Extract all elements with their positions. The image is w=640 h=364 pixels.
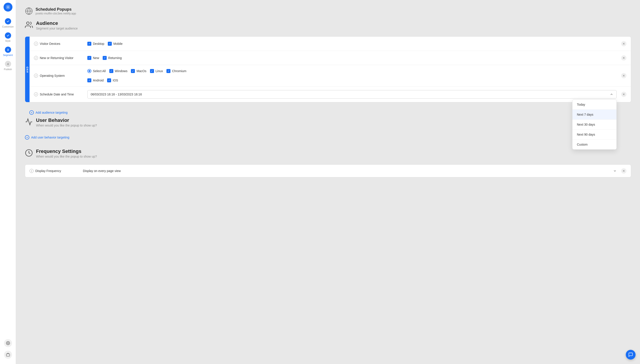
chromium-label: Chromium (172, 69, 186, 73)
display-frequency-label: i Display Frequency (30, 169, 78, 173)
dropdown-next-90[interactable]: Next 90 days (572, 130, 616, 140)
dropdown-next-7[interactable]: Next 7 days (572, 110, 616, 120)
new-checkbox-item[interactable]: ✓ New (87, 56, 99, 60)
returning-checkmark: ✓ (104, 56, 106, 59)
desktop-checkbox-item[interactable]: ✓ Desktop (87, 42, 104, 46)
segment-panel: AND i Visitor Devices ✓ Desktop (25, 36, 631, 102)
settings-icon-button[interactable] (4, 339, 12, 347)
sidebar-item-segment[interactable]: 3 Segment (0, 44, 16, 58)
chat-button[interactable] (626, 350, 635, 360)
new-returning-delete-button[interactable]: ✕ (621, 55, 626, 60)
svg-point-1 (7, 343, 9, 344)
desktop-checkbox[interactable]: ✓ (87, 42, 91, 46)
add-behavior-plus-icon: + (25, 135, 29, 140)
new-returning-content: ✓ New ✓ Returning (87, 56, 617, 60)
desktop-label: Desktop (93, 42, 104, 46)
frequency-subtitle: When would you like the popup to show up… (36, 155, 97, 158)
select-all-item[interactable]: Select All (87, 69, 106, 73)
step-circle-segment: 3 (5, 46, 11, 53)
dropdown-custom[interactable]: Custom (572, 140, 616, 149)
desktop-checkmark: ✓ (88, 42, 90, 45)
svg-rect-2 (6, 354, 10, 356)
display-freq-info-icon[interactable]: i (30, 169, 34, 173)
segment-rows: i Visitor Devices ✓ Desktop ✓ Mobil (30, 36, 631, 102)
new-returning-row: i New or Returning Visitor ✓ New ✓ (30, 51, 631, 65)
display-frequency-select[interactable]: Display on every page view (83, 169, 617, 173)
briefcase-icon-button[interactable] (4, 351, 12, 359)
date-input-field[interactable]: 06/03/2023 16:16 - 13/03/2023 16:16 (87, 90, 617, 98)
select-all-radio[interactable] (87, 69, 91, 73)
and-label: AND (26, 66, 29, 73)
android-checkbox-item[interactable]: ✓ Android (87, 78, 104, 82)
audience-icon (25, 21, 33, 29)
chevron-down-icon (613, 169, 617, 173)
schedule-delete-button[interactable]: ✕ (621, 92, 626, 97)
user-behavior-subtitle: When would you like the popup to show up… (36, 124, 97, 127)
date-row-content: 06/03/2023 16:16 - 13/03/2023 16:16 Toda… (87, 90, 617, 98)
add-behavior-label: Add user behavior targeting (31, 136, 69, 139)
chromium-checkbox-item[interactable]: ✓ Chromium (166, 69, 186, 73)
audience-subtitle: Segment your target audience (36, 27, 78, 30)
returning-checkbox-item[interactable]: ✓ Returning (103, 56, 122, 60)
user-behavior-title-block: User Behavior When would you like the po… (36, 118, 97, 127)
new-checkmark: ✓ (88, 56, 90, 59)
schedule-row: i Schedule Date and Time 06/03/2023 16:1… (30, 86, 631, 102)
returning-checkbox[interactable]: ✓ (103, 56, 107, 60)
and-bar: AND (25, 36, 30, 102)
linux-label: Linux (155, 69, 163, 73)
sidebar-item-publish[interactable]: 4 Publish (0, 58, 16, 73)
mobile-checkbox[interactable]: ✓ (108, 42, 112, 46)
os-info-icon[interactable]: i (34, 74, 38, 78)
add-behavior-link[interactable]: + Add user behavior targeting (25, 134, 631, 142)
android-checkbox[interactable]: ✓ (87, 78, 91, 82)
os-content: Select All ✓ Windows ✓ MacOs (87, 69, 617, 82)
frequency-icon (25, 149, 33, 157)
linux-checkbox[interactable]: ✓ (150, 69, 154, 73)
audience-title: Audience (36, 20, 78, 26)
returning-label: Returning (108, 56, 122, 60)
page-url: poetic-muffin-cbc3ee.netlify.app (36, 12, 76, 15)
visitor-devices-delete-button[interactable]: ✕ (621, 41, 626, 46)
android-label: Android (93, 78, 104, 82)
main-content: Scheduled Popups poetic-muffin-cbc3ee.ne… (16, 0, 640, 364)
dropdown-today[interactable]: Today (572, 100, 616, 110)
linux-checkbox-item[interactable]: ✓ Linux (150, 69, 163, 73)
new-label: New (93, 56, 99, 60)
windows-label: Windows (115, 69, 128, 73)
sidebar-item-style[interactable]: Style (0, 30, 16, 44)
date-dropdown: Today Next 7 days Next 30 days Next 90 d… (572, 100, 617, 150)
windows-checkbox-item[interactable]: ✓ Windows (109, 69, 128, 73)
sidebar-item-customize[interactable]: Customize (0, 16, 16, 30)
app-logo[interactable] (4, 3, 13, 12)
radio-dot (88, 70, 90, 72)
new-checkbox[interactable]: ✓ (87, 56, 91, 60)
os-delete-button[interactable]: ✕ (621, 73, 626, 78)
os-label: i Operating System (34, 74, 83, 78)
ios-checkbox[interactable]: ✓ (107, 78, 111, 82)
display-freq-delete-button[interactable]: ✕ (621, 168, 626, 174)
ios-checkbox-item[interactable]: ✓ IOS (107, 78, 118, 82)
windows-checkbox[interactable]: ✓ (109, 69, 113, 73)
visitor-devices-label: i Visitor Devices (34, 42, 83, 46)
top-bar: Scheduled Popups poetic-muffin-cbc3ee.ne… (25, 7, 631, 15)
frequency-title-block: Frequency Settings When would you like t… (36, 148, 97, 158)
audience-section-header: Audience Segment your target audience (25, 20, 631, 30)
add-targeting-plus-icon: + (29, 110, 34, 115)
globe-icon (25, 7, 33, 15)
macos-checkbox-item[interactable]: ✓ MacOs (131, 69, 146, 73)
add-audience-targeting[interactable]: + Add audience targeting (25, 108, 631, 118)
sidebar-label-segment: Segment (3, 54, 13, 56)
visitor-devices-info-icon[interactable]: i (34, 42, 38, 46)
add-targeting-label: Add audience targeting (36, 111, 68, 114)
chromium-checkbox[interactable]: ✓ (166, 69, 170, 73)
visitor-devices-row: i Visitor Devices ✓ Desktop ✓ Mobil (30, 36, 631, 51)
step-circle-publish: 4 (5, 61, 11, 67)
mobile-checkbox-item[interactable]: ✓ Mobile (108, 42, 122, 46)
macos-checkbox[interactable]: ✓ (131, 69, 135, 73)
user-behavior-section: User Behavior When would you like the po… (25, 118, 631, 142)
schedule-info-icon[interactable]: i (34, 92, 38, 96)
schedule-text: Schedule Date and Time (40, 92, 74, 96)
dropdown-next-30[interactable]: Next 30 days (572, 120, 616, 130)
new-returning-info-icon[interactable]: i (34, 56, 38, 60)
display-frequency-value: Display on every page view (83, 169, 121, 173)
